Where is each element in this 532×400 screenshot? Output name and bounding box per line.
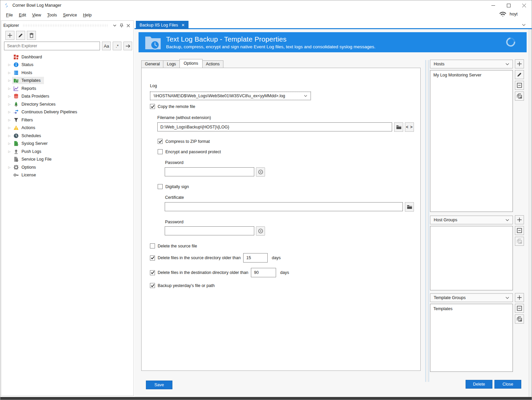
tree-item-license[interactable]: ▷License <box>1 171 133 179</box>
title-bar: Corner Bowl Log Manager <box>0 0 532 10</box>
tab-logs[interactable]: Logs <box>163 60 179 68</box>
app-window: Corner Bowl Log Manager File Edit View T… <box>0 0 532 400</box>
tree-item-actions[interactable]: ▷Actions <box>1 124 133 132</box>
menu-help[interactable]: Help <box>80 11 95 19</box>
tab-close-icon[interactable]: ✕ <box>181 23 185 27</box>
sign-password-reveal-eye-icon[interactable] <box>256 226 265 236</box>
menu-file[interactable]: File <box>3 11 16 19</box>
dest-days-input[interactable] <box>251 268 276 277</box>
tree-item-directory-services[interactable]: ▷Directory Services <box>1 100 133 108</box>
tree-item-reports[interactable]: ▷Reports <box>1 84 133 93</box>
close-template-button[interactable]: Close <box>494 380 521 389</box>
tree-item-hosts[interactable]: ▷Hosts <box>1 69 133 77</box>
delete-dest-older-checkbox[interactable] <box>150 270 155 275</box>
template-groups-select[interactable]: Template Groups <box>430 293 513 302</box>
remove-host-button[interactable] <box>515 81 524 90</box>
dashboard-icon <box>13 54 19 60</box>
directory-services-icon <box>13 102 19 107</box>
tree-item-syslog-server[interactable]: ▷Syslog Server <box>1 140 133 148</box>
password-reveal-eye-icon[interactable] <box>256 167 265 177</box>
tree-item-templates[interactable]: ▷Templates <box>1 77 133 85</box>
copy-host-button[interactable] <box>515 92 524 101</box>
log-combobox[interactable]: \\HOSTNAME\D$\Web_Logs\WebSite01\W3SVC8\… <box>150 92 311 100</box>
insert-token-button[interactable]: < > <box>405 122 414 132</box>
password-input[interactable] <box>165 167 254 176</box>
syslog-server-icon <box>13 141 19 146</box>
delete-button[interactable]: Delete <box>466 380 492 389</box>
menu-edit[interactable]: Edit <box>16 11 29 19</box>
status-icon <box>13 62 19 67</box>
host-group-list-item[interactable] <box>433 228 510 229</box>
edit-host-button[interactable] <box>515 70 524 79</box>
tree-item-data-providers[interactable]: ▷Data Providers <box>1 93 133 101</box>
remove-template-group-button[interactable] <box>515 304 524 313</box>
tab-actions[interactable]: Actions <box>202 60 223 68</box>
tree-item-status[interactable]: ▷Status <box>1 61 133 69</box>
match-case-button[interactable]: Aa <box>102 42 111 50</box>
filename-input[interactable] <box>157 122 392 131</box>
menu-service[interactable]: Service <box>60 11 80 19</box>
delete-source-checkbox[interactable] <box>150 243 155 248</box>
explorer-collapse-chevron-icon[interactable] <box>111 22 118 29</box>
pin-icon[interactable] <box>118 22 125 29</box>
tab-list-chevron-icon[interactable] <box>522 22 526 27</box>
tree-item-filters[interactable]: ▷Filters <box>1 116 133 124</box>
tree-item-continuous-delivery-pipelines[interactable]: ▷Continuous Delivery Pipelines <box>1 108 133 116</box>
logged-in-user: hoyt <box>510 12 518 16</box>
compress-checkbox[interactable] <box>158 139 163 144</box>
sign-password-input[interactable] <box>165 226 254 235</box>
hosts-list[interactable]: My Log Monitoring Server <box>430 70 513 212</box>
tree-item-options[interactable]: ▷Options <box>1 163 133 171</box>
license-key-icon <box>13 172 19 178</box>
remove-host-group-button[interactable] <box>515 226 524 235</box>
hosts-select[interactable]: Hosts <box>430 60 513 68</box>
tree-item-service-log-file[interactable]: ▷Service Log File <box>1 156 133 164</box>
search-input[interactable] <box>4 42 100 50</box>
reports-icon <box>13 86 19 91</box>
template-groups-list[interactable]: Templates <box>430 304 513 372</box>
vertical-splitter[interactable] <box>425 60 429 382</box>
host-groups-select[interactable]: Host Groups <box>430 216 513 224</box>
hosts-icon <box>13 70 19 75</box>
menu-view[interactable]: View <box>29 11 44 19</box>
folder-clock-icon <box>145 35 161 50</box>
filename-browse-folder-button[interactable] <box>394 122 403 132</box>
tab-options[interactable]: Options <box>179 59 203 68</box>
copy-host-group-button[interactable] <box>515 237 524 246</box>
source-days-input[interactable] <box>243 253 268 263</box>
copy-template-group-button[interactable] <box>515 315 524 324</box>
workspace: Backup IIS Log Files ✕ Text Log Backup -… <box>135 20 532 397</box>
edit-item-button[interactable] <box>16 31 25 40</box>
certificate-input[interactable] <box>165 202 403 211</box>
tab-backup-iis-log-files[interactable]: Backup IIS Log Files ✕ <box>136 21 189 29</box>
tab-general[interactable]: General <box>141 60 163 68</box>
menu-tools[interactable]: Tools <box>44 11 60 19</box>
certificate-browse-folder-button[interactable] <box>405 202 414 212</box>
add-template-group-button[interactable] <box>515 293 524 302</box>
add-item-button[interactable] <box>5 31 14 40</box>
delete-source-older-checkbox[interactable] <box>150 255 155 261</box>
maximize-button[interactable] <box>501 0 516 10</box>
backup-yesterday-checkbox[interactable] <box>150 283 155 288</box>
minimize-button[interactable] <box>485 0 501 10</box>
tree-item-dashboard[interactable]: ▷Dashboard <box>1 53 133 61</box>
regex-button[interactable]: .* <box>113 42 121 50</box>
host-groups-list[interactable] <box>430 226 513 290</box>
explorer-header: Explorer <box>3 22 131 29</box>
add-host-button[interactable] <box>515 59 524 68</box>
tree-item-push-logs[interactable]: ▷Push Logs <box>1 148 133 156</box>
add-host-group-button[interactable] <box>515 215 524 224</box>
tree-item-schedules[interactable]: ▷Schedules <box>1 132 133 140</box>
save-button[interactable]: Save <box>146 381 172 389</box>
host-list-item[interactable]: My Log Monitoring Server <box>433 72 510 78</box>
copy-remote-checkbox[interactable] <box>150 104 155 109</box>
explorer-close-icon[interactable] <box>125 22 131 29</box>
delete-source-older-row: Delete files in the source directory old… <box>150 253 281 263</box>
template-group-list-item[interactable]: Templates <box>433 306 510 312</box>
search-go-button[interactable] <box>123 42 132 50</box>
close-button[interactable] <box>516 0 532 10</box>
delete-item-button[interactable] <box>27 31 36 40</box>
encrypt-checkbox[interactable] <box>158 149 163 154</box>
workspace-scrollbar[interactable] <box>529 29 532 397</box>
digitally-sign-checkbox[interactable] <box>158 184 163 189</box>
